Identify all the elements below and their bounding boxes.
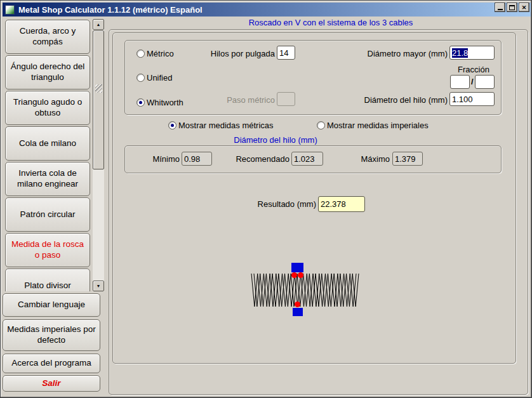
recomendado-value: 1.023: [291, 152, 323, 166]
resultado-label: Resultado (mm): [210, 199, 316, 209]
sidebar-item-triangulo-agudo[interactable]: Triangulo agudo o obtuso: [5, 91, 90, 125]
thread-diagram: [247, 261, 361, 319]
hilos-por-pulgada-input[interactable]: 14: [277, 46, 295, 60]
maximo-value: 1.379: [392, 152, 423, 166]
recomendado-label: Recomendado: [216, 154, 289, 164]
app-icon: [5, 5, 15, 15]
sidebar-item-plato-divisor[interactable]: Plato divisor: [5, 269, 90, 291]
sidebar-scrollbar[interactable]: ▲ ▼: [93, 19, 104, 291]
radio-metrico[interactable]: [136, 50, 145, 58]
maximo-label: Máximo: [343, 154, 390, 164]
scrollbar-grip-icon: [95, 84, 102, 93]
radio-unified[interactable]: [136, 74, 145, 82]
sidebar-nav: Cuerda, arco y compás Ángulo derecho del…: [4, 19, 91, 291]
top-wire-2-icon: [298, 272, 303, 278]
sidebar-item-medida-rosca-active[interactable]: Medida de la rosca o paso: [5, 233, 90, 267]
diametro-hilo-input[interactable]: 1.100: [449, 92, 495, 106]
hilos-por-pulgada-label: Hilos por pulgada: [191, 49, 275, 58]
about-button[interactable]: Acerca del programa: [3, 354, 100, 373]
scroll-down-icon: ▼: [96, 284, 101, 288]
title-bar[interactable]: Metal Shop Calculator 1.1.12 (métrico) E…: [3, 3, 531, 17]
bottom-anvil: [293, 308, 303, 316]
sidebar-item-cuerda-arco-compas[interactable]: Cuerda, arco y compás: [5, 20, 90, 54]
imperial-default-button[interactable]: Medidas imperiales por defecto: [3, 319, 100, 351]
radio-medidas-metricas[interactable]: [168, 121, 176, 129]
maximize-button[interactable]: [507, 3, 517, 12]
diametro-hilo-label: Diámetro del hilo (mm): [353, 95, 448, 105]
close-icon: ✕: [522, 4, 527, 11]
radio-metrico-label[interactable]: Métrico: [147, 49, 174, 58]
diametro-mayor-label: Diámetro mayor (mm): [356, 49, 448, 58]
app-window: Metal Shop Calculator 1.1.12 (métrico) E…: [0, 0, 532, 398]
radio-medidas-imperiales-label[interactable]: Mostrar medidas imperiales: [327, 121, 429, 130]
paso-metrico-label: Paso métrico: [210, 95, 275, 105]
maximize-icon: [509, 5, 515, 10]
page-title: Roscado en V con el sistema de los 3 cab…: [121, 18, 532, 27]
fraccion-label: Fracción: [448, 65, 499, 74]
scroll-up-button[interactable]: ▲: [93, 19, 104, 30]
paso-metrico-input: [277, 92, 295, 106]
radio-medidas-imperiales[interactable]: [317, 121, 325, 129]
close-button[interactable]: ✕: [519, 3, 529, 12]
fraccion-slash: /: [471, 77, 474, 86]
radio-whitworth-label[interactable]: Whitworth: [147, 98, 183, 107]
fraccion-numerator-input[interactable]: [450, 75, 470, 89]
window-controls: ✕: [495, 3, 529, 12]
exit-button[interactable]: Salir: [3, 375, 100, 392]
minimize-button[interactable]: [495, 3, 505, 12]
scroll-down-button[interactable]: ▼: [93, 281, 104, 291]
radio-unified-label[interactable]: Unified: [147, 73, 172, 83]
selected-text: 21.8: [452, 48, 468, 58]
fraccion-denominator-input[interactable]: [475, 75, 495, 89]
top-wire-1-icon: [291, 272, 297, 278]
minimo-label: Mínimo: [128, 154, 180, 164]
scrollbar-thumb[interactable]: [93, 30, 104, 169]
wire-section-title: Diámetro del hilo (mm): [180, 135, 371, 145]
sidebar-item-angulo-derecho[interactable]: Ángulo derecho del triangulo: [5, 55, 90, 90]
change-language-button[interactable]: Cambiar lenguaje: [3, 293, 100, 317]
sidebar-item-patron-circular[interactable]: Patrón circular: [5, 197, 90, 232]
top-anvil: [291, 263, 303, 272]
radio-whitworth[interactable]: [136, 98, 145, 107]
radio-medidas-metricas-label[interactable]: Mostrar medidas métricas: [178, 121, 274, 130]
minimize-icon: [498, 9, 503, 10]
diametro-mayor-input[interactable]: 21.8: [449, 46, 495, 60]
sidebar-item-cola-de-milano[interactable]: Cola de milano: [5, 126, 90, 161]
bottom-wire-icon: [295, 302, 300, 307]
window-title: Metal Shop Calculator 1.1.12 (métrico) E…: [18, 5, 203, 15]
resultado-value: 22.378: [318, 196, 365, 212]
minimo-value: 0.98: [182, 152, 212, 166]
scroll-up-icon: ▲: [96, 22, 101, 27]
sidebar-item-invierta-cola[interactable]: Invierta cola de milano enginear: [5, 162, 90, 196]
